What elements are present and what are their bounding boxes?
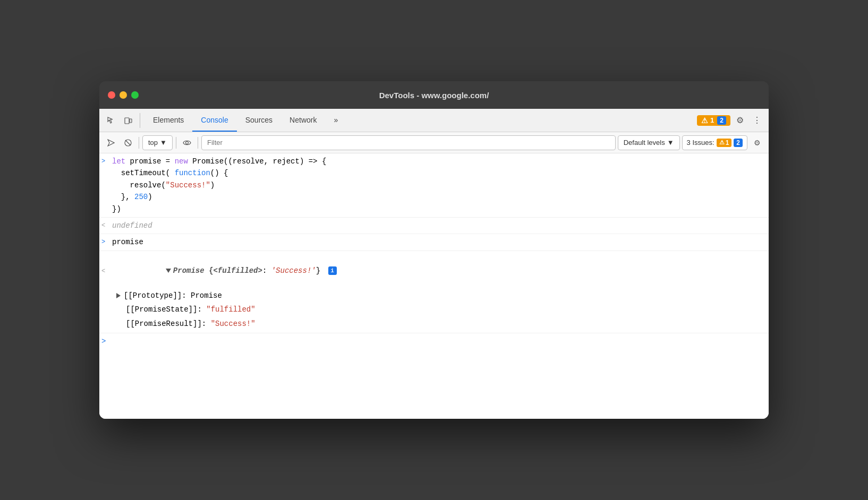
keyword-new: new (175, 157, 188, 166)
promise-result-line: [[PromiseResult]]: "Success!" (116, 317, 256, 331)
block-network-button[interactable] (121, 135, 135, 150)
prompt-arrow: > (101, 335, 106, 347)
issues-info-badge: 2 (734, 139, 743, 147)
tab-sources[interactable]: Sources (237, 109, 281, 132)
traffic-lights (108, 91, 139, 99)
tab-icon-group (104, 113, 140, 128)
tabs-right: ⚠ 1 2 ⚙ ⋮ (697, 113, 764, 128)
toolbar-divider-3 (198, 137, 198, 149)
console-output: > let promise = new Promise((resolve, re… (99, 153, 769, 419)
toolbar-divider-2 (176, 137, 176, 149)
line-arrow-1: > (101, 156, 112, 167)
console-line-1: > let promise = new Promise((resolve, re… (99, 153, 769, 218)
state-label: [[PromiseState]]: (126, 304, 202, 315)
settings-console-button[interactable]: ⚙ (750, 135, 764, 150)
line-arrow-4: < (101, 265, 112, 277)
promise-expanded: [[Prototype]]: Promise [[PromiseState]]:… (101, 289, 256, 331)
prototype-label: [[Prototype]]: Promise (124, 290, 222, 301)
levels-selector[interactable]: Default levels ▼ (618, 135, 680, 150)
console-line-4: < Promise {<fulfilled>: 'Success!'} i [[… (99, 251, 769, 333)
context-selector-label: top (148, 139, 158, 146)
promise-state-key: <fulfilled> (213, 266, 262, 275)
maximize-button[interactable] (131, 91, 139, 99)
tab-more[interactable]: » (325, 109, 346, 132)
device-mode-button[interactable] (121, 113, 135, 128)
levels-label: Default levels (624, 139, 665, 146)
tab-elements[interactable]: Elements (144, 109, 192, 132)
svg-point-5 (185, 141, 188, 144)
issues-warn-count-header: 1 (710, 116, 714, 124)
issues-warn-num: 1 (726, 139, 729, 146)
console-line-3: > promise (99, 234, 769, 251)
devtools-body: Elements Console Sources Network » ⚠ 1 2… (99, 109, 769, 419)
main-tabs: Elements Console Sources Network » (144, 109, 697, 132)
promise-expand-arrow[interactable] (166, 266, 173, 275)
window-title: DevTools - www.google.com/ (379, 91, 489, 100)
line-arrow-3: > (101, 236, 112, 247)
prototype-expand-arrow[interactable] (116, 290, 121, 301)
result-value: "Success!" (211, 318, 256, 330)
issues-toolbar-text: 3 Issues: (687, 139, 714, 146)
line-arrow-2: < (101, 220, 112, 231)
line-content-4: Promise {<fulfilled>: 'Success!'} i (112, 253, 337, 289)
result-label: [[PromiseResult]]: (126, 318, 206, 330)
eye-button[interactable] (180, 135, 194, 150)
svg-line-4 (125, 140, 131, 145)
issues-info-count-header: 2 (717, 116, 726, 125)
keyword-let: let (112, 157, 125, 166)
titlebar: DevTools - www.google.com/ (99, 81, 769, 109)
line-content-1: let promise = new Promise((resolve, reje… (112, 156, 764, 215)
toolbar-divider-1 (139, 137, 139, 149)
promise-info-icon[interactable]: i (328, 266, 337, 275)
keyword-function: function (175, 169, 210, 177)
context-selector[interactable]: top ▼ (142, 135, 173, 150)
tabs-bar: Elements Console Sources Network » ⚠ 1 2… (99, 109, 769, 132)
svg-marker-2 (108, 140, 114, 146)
context-selector-arrow: ▼ (160, 139, 167, 146)
svg-rect-0 (125, 118, 129, 124)
issues-warn-badge: ⚠ 1 (717, 139, 732, 147)
filter-input[interactable] (201, 135, 616, 150)
number-250: 250 (134, 193, 148, 201)
console-toolbar: top ▼ Default levels ▼ 3 Issues: ⚠ 1 (99, 132, 769, 153)
state-value: "fulfilled" (206, 304, 255, 315)
devtools-window: DevTools - www.google.com/ Elem (99, 81, 769, 419)
levels-arrow: ▼ (667, 139, 674, 146)
more-options-button-header[interactable]: ⋮ (750, 113, 764, 128)
string-success: "Success!" (166, 181, 210, 189)
undefined-text: undefined (112, 221, 152, 230)
settings-button-header[interactable]: ⚙ (733, 113, 747, 128)
promise-class: Promise (173, 266, 205, 275)
close-button[interactable] (108, 91, 115, 99)
minimize-button[interactable] (120, 91, 127, 99)
promise-state-val: 'Success!' (271, 266, 316, 275)
inspect-element-button[interactable] (104, 113, 118, 128)
console-line-2: < undefined (99, 218, 769, 234)
promise-state-line: [[PromiseState]]: "fulfilled" (116, 303, 256, 316)
line-content-3: promise (112, 236, 764, 248)
issues-toolbar-badge[interactable]: 3 Issues: ⚠ 1 2 (682, 135, 747, 150)
promise-prototype-line: [[Prototype]]: Promise (116, 289, 222, 303)
tab-network[interactable]: Network (281, 109, 325, 132)
line-content-2: undefined (112, 220, 764, 231)
svg-rect-1 (130, 119, 132, 123)
tab-console[interactable]: Console (192, 109, 236, 132)
console-prompt-line: > (99, 333, 769, 349)
clear-console-button[interactable] (104, 135, 118, 150)
issues-badge-header[interactable]: ⚠ 1 2 (697, 115, 730, 126)
